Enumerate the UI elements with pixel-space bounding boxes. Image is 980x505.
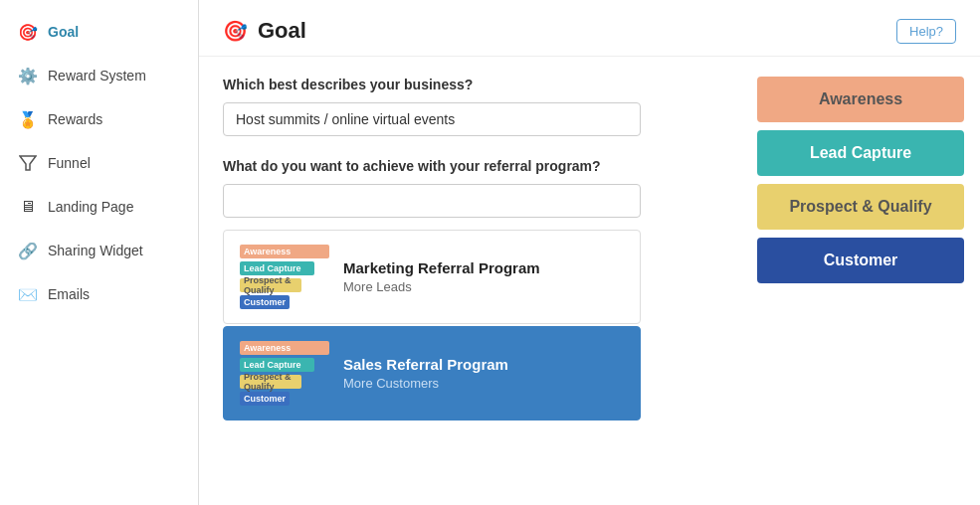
program-card-marketing[interactable]: Awareness Lead Capture Prospect & Qualif… (223, 230, 641, 324)
sidebar-item-landing-page[interactable]: 🖥 Landing Page (0, 185, 198, 229)
goal-icon: 🎯 (18, 22, 38, 42)
program-subtitle-sales: More Customers (343, 376, 624, 391)
program-title-sales: Sales Referral Program (343, 356, 624, 373)
sidebar-item-goal-label: Goal (48, 24, 79, 40)
funnel-panel: Awareness Lead Capture Prospect & Qualif… (741, 57, 980, 505)
mini-bar-leadcapture-sales: Lead Capture (240, 358, 314, 372)
sidebar-item-funnel[interactable]: Funnel (0, 141, 198, 185)
sidebar-item-reward-system-label: Reward System (48, 68, 146, 84)
program-title-marketing: Marketing Referral Program (343, 259, 624, 276)
landing-page-icon: 🖥 (18, 197, 38, 217)
business-select[interactable]: Host summits / online virtual events E-c… (223, 102, 641, 136)
mini-bar-prospect-sales: Prospect & Qualify (240, 375, 301, 389)
sidebar-item-emails-label: Emails (48, 286, 90, 302)
mini-bar-leadcapture: Lead Capture (240, 261, 314, 275)
sidebar-item-sharing-widget-label: Sharing Widget (48, 243, 143, 258)
funnel-stage-lead-capture: Lead Capture (757, 130, 964, 176)
sidebar-item-rewards[interactable]: 🏅 Rewards (0, 97, 198, 141)
reward-system-icon: ⚙️ (18, 66, 38, 85)
program-info-marketing: Marketing Referral Program More Leads (343, 259, 624, 294)
program-subtitle-marketing: More Leads (343, 279, 624, 294)
referral-label: What do you want to achieve with your re… (223, 158, 717, 174)
sidebar: 🎯 Goal ⚙️ Reward System 🏅 Rewards Funnel… (0, 0, 199, 505)
rewards-icon: 🏅 (18, 109, 38, 129)
sidebar-item-funnel-label: Funnel (48, 155, 91, 171)
svg-marker-0 (20, 156, 36, 170)
main-content: 🎯 Goal Help? Which best describes your b… (199, 0, 980, 505)
sharing-widget-icon: 🔗 (18, 241, 38, 260)
sidebar-item-landing-page-label: Landing Page (48, 199, 133, 215)
funnel-stage-awareness: Awareness (757, 77, 964, 122)
header-goal-icon: 🎯 (223, 19, 248, 43)
mini-bar-customer: Customer (240, 295, 290, 309)
funnel-icon (18, 153, 38, 173)
content-area: Which best describes your business? Host… (199, 57, 980, 505)
funnel-stage-customer: Customer (757, 238, 964, 283)
emails-icon: ✉️ (18, 284, 38, 304)
business-label: Which best describes your business? (223, 77, 717, 92)
page-header: 🎯 Goal Help? (199, 0, 980, 57)
business-select-wrapper: Host summits / online virtual events E-c… (223, 102, 717, 136)
program-card-sales[interactable]: Awareness Lead Capture Prospect & Qualif… (223, 326, 641, 421)
sidebar-item-rewards-label: Rewards (48, 111, 102, 127)
mini-funnel-sales: Awareness Lead Capture Prospect & Qualif… (240, 341, 329, 406)
mini-funnel-marketing: Awareness Lead Capture Prospect & Qualif… (240, 245, 329, 309)
sidebar-item-sharing-widget[interactable]: 🔗 Sharing Widget (0, 229, 198, 272)
sidebar-item-reward-system[interactable]: ⚙️ Reward System (0, 54, 198, 97)
mini-bar-awareness-sales: Awareness (240, 341, 329, 355)
help-button[interactable]: Help? (896, 19, 956, 44)
sidebar-item-emails[interactable]: ✉️ Emails (0, 272, 198, 316)
mini-bar-customer-sales: Customer (240, 392, 290, 406)
program-info-sales: Sales Referral Program More Customers (343, 356, 624, 391)
funnel-stage-prospect: Prospect & Qualify (757, 184, 964, 230)
mini-bar-prospect: Prospect & Qualify (240, 278, 301, 292)
title-row: 🎯 Goal (223, 18, 306, 44)
mini-bar-awareness: Awareness (240, 245, 329, 258)
sidebar-item-goal[interactable]: 🎯 Goal (0, 10, 198, 54)
left-panel: Which best describes your business? Host… (199, 57, 741, 505)
page-title: Goal (258, 18, 306, 44)
search-input[interactable] (223, 184, 641, 218)
